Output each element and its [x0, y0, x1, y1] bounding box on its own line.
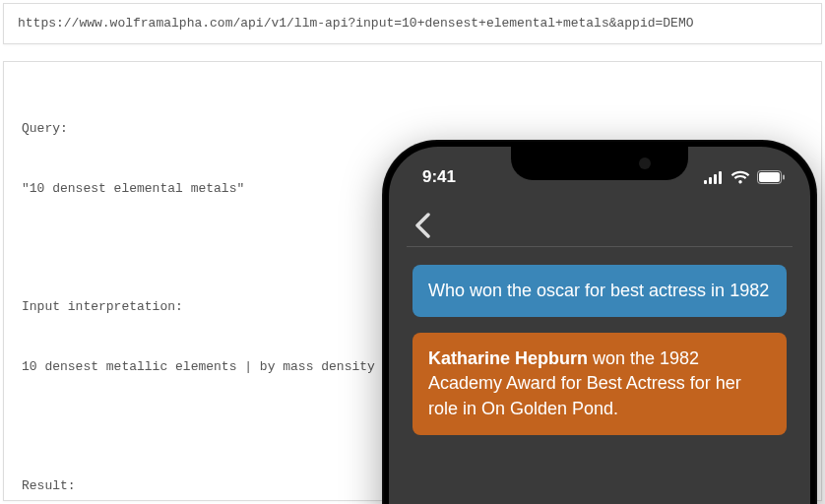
phone-notch	[511, 147, 688, 180]
back-button[interactable]	[407, 210, 438, 241]
status-time: 9:41	[422, 167, 456, 187]
svg-rect-5	[759, 172, 780, 182]
nav-bar	[407, 204, 793, 247]
phone-screen: 9:41 Who won the oscar for best actress …	[389, 147, 810, 504]
cellular-icon	[704, 171, 724, 184]
status-icons	[704, 170, 785, 184]
svg-rect-3	[719, 171, 722, 184]
svg-rect-0	[704, 180, 707, 184]
battery-icon	[757, 170, 785, 184]
user-message-text: Who won the oscar for best actress in 19…	[428, 281, 769, 300]
svg-rect-1	[709, 177, 712, 184]
query-label: Query:	[22, 119, 803, 139]
bot-message-bold: Katharine Hepburn	[428, 348, 588, 368]
phone-frame: 9:41 Who won the oscar for best actress …	[382, 140, 817, 504]
chat-messages: Who won the oscar for best actress in 19…	[412, 265, 787, 451]
api-url-text: https://www.wolframalpha.com/api/v1/llm-…	[18, 16, 694, 31]
svg-rect-2	[714, 174, 717, 184]
wifi-icon	[730, 170, 750, 184]
svg-rect-6	[783, 175, 785, 180]
bot-message: Katharine Hepburn won the 1982 Academy A…	[412, 333, 787, 435]
user-message: Who won the oscar for best actress in 19…	[412, 265, 787, 317]
api-url-box: https://www.wolframalpha.com/api/v1/llm-…	[3, 3, 822, 44]
